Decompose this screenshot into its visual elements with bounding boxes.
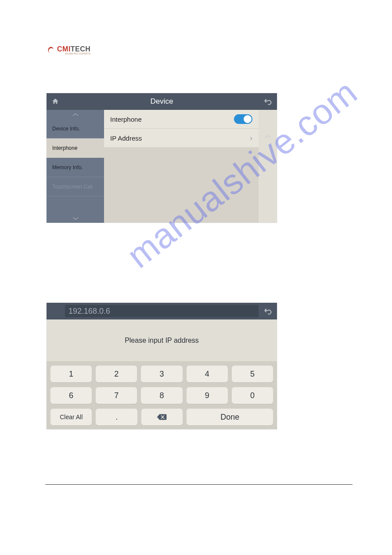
setting-row-interphone[interactable]: Interphone <box>104 110 259 129</box>
setting-label: Interphone <box>110 116 142 123</box>
sidebar-scroll-up-icon[interactable] <box>47 110 104 119</box>
setting-row-ip-address[interactable]: IP Address › <box>104 129 259 148</box>
numeric-keypad: 1 2 3 4 5 6 7 8 9 0 Clear All . <box>47 362 277 429</box>
cmitech-logo: CMITECH BIOMETRIC EXPERTS <box>47 45 90 55</box>
key-5[interactable]: 5 <box>232 366 273 382</box>
key-done[interactable]: Done <box>187 409 273 425</box>
home-icon[interactable] <box>51 98 61 105</box>
ip-input-screenshot: 192.168.0.6 Please input IP address 1 2 … <box>47 303 277 429</box>
backspace-icon <box>157 414 167 421</box>
sidebar-item-device-info[interactable]: Device Info. <box>47 119 104 138</box>
sidebar-item-memory-info[interactable]: Memory Info. <box>47 158 104 177</box>
header-title: Device <box>61 97 263 106</box>
key-6[interactable]: 6 <box>50 387 92 404</box>
sidebar-item-interphone[interactable]: Interphone <box>47 138 104 158</box>
sidebar-item-touchscreen-cali[interactable]: Touchscreen Cali <box>47 177 104 196</box>
sidebar-scroll-down-icon[interactable] <box>47 214 104 223</box>
key-8[interactable]: 8 <box>141 387 182 404</box>
back-icon[interactable] <box>263 307 273 315</box>
key-backspace[interactable] <box>141 409 183 425</box>
key-clear-all[interactable]: Clear All <box>50 409 92 425</box>
key-period[interactable]: . <box>96 409 137 425</box>
settings-list: Interphone IP Address › <box>104 110 259 223</box>
setting-label: IP Address <box>110 134 142 142</box>
back-icon[interactable] <box>263 98 273 105</box>
footer-divider <box>45 484 352 485</box>
key-3[interactable]: 3 <box>141 366 182 382</box>
key-1[interactable]: 1 <box>50 366 92 382</box>
device-header: Device <box>47 93 277 110</box>
logo-swirl-icon <box>47 46 55 54</box>
key-7[interactable]: 7 <box>96 387 137 404</box>
device-settings-screenshot: Device Device Info. Interphone Memory In… <box>47 93 277 223</box>
key-9[interactable]: 9 <box>187 387 228 404</box>
ip-input-header: 192.168.0.6 <box>47 303 277 319</box>
device-sidebar: Device Info. Interphone Memory Info. Tou… <box>47 110 104 223</box>
key-0[interactable]: 0 <box>232 387 273 404</box>
right-scroll-strip <box>259 110 277 223</box>
key-2[interactable]: 2 <box>96 366 137 382</box>
interphone-toggle[interactable] <box>234 114 252 124</box>
ip-input-prompt: Please input IP address <box>47 319 277 362</box>
chevron-right-icon: › <box>250 134 252 143</box>
ip-address-input[interactable]: 192.168.0.6 <box>65 305 259 317</box>
key-4[interactable]: 4 <box>187 366 228 382</box>
